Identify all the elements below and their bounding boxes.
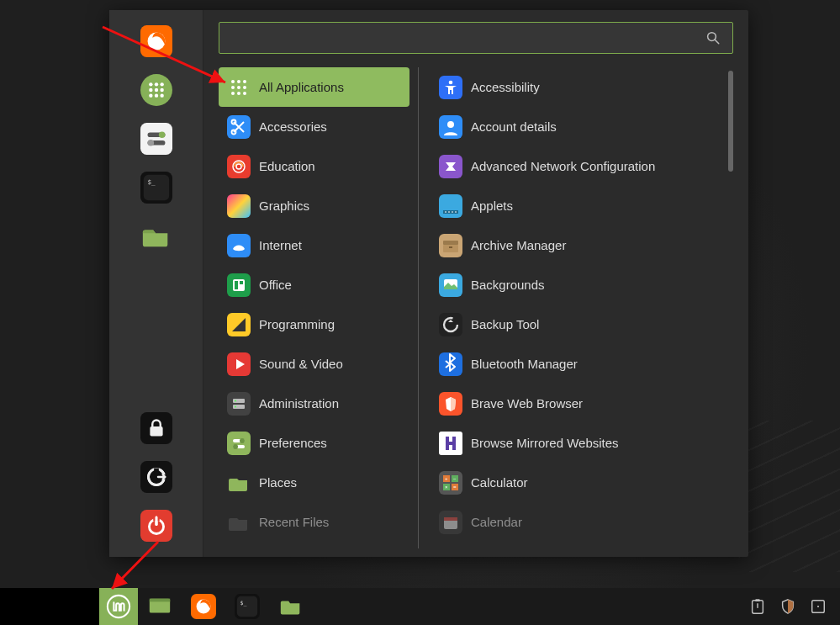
category-label: Education bbox=[259, 159, 315, 173]
category-education[interactable]: Education bbox=[219, 146, 409, 186]
category-accessories[interactable]: Accessories bbox=[219, 107, 409, 146]
category-label: Accessories bbox=[259, 119, 327, 134]
category-label: Places bbox=[259, 475, 297, 490]
svg-rect-74 bbox=[452, 211, 453, 212]
session-power[interactable] bbox=[140, 510, 172, 542]
svg-rect-111 bbox=[755, 599, 759, 601]
terminal-icon: $_ bbox=[235, 594, 260, 619]
app-applets[interactable]: Applets bbox=[431, 186, 725, 225]
category-label: Recent Files bbox=[259, 515, 329, 529]
grid-icon bbox=[227, 76, 251, 99]
menu-lists: All Applications Accessories Education bbox=[219, 67, 733, 548]
taskbar-show-desktop[interactable] bbox=[138, 588, 182, 625]
svg-point-68 bbox=[447, 121, 454, 128]
app-calculator[interactable]: +−×= Calculator bbox=[431, 463, 725, 502]
favorite-settings[interactable] bbox=[140, 123, 172, 155]
category-administration[interactable]: Administration bbox=[219, 384, 409, 423]
category-recent-files[interactable]: Recent Files bbox=[219, 502, 409, 542]
svg-point-33 bbox=[237, 80, 240, 83]
svg-rect-70 bbox=[439, 194, 462, 218]
category-places[interactable]: Places bbox=[219, 463, 409, 502]
taskbar-files[interactable] bbox=[269, 588, 313, 625]
app-account-details[interactable]: Account details bbox=[431, 107, 725, 146]
play-icon bbox=[227, 352, 251, 376]
category-all-applications[interactable]: All Applications bbox=[219, 67, 409, 107]
taskbar-menu-button[interactable] bbox=[99, 588, 138, 625]
clipboard-icon[interactable] bbox=[749, 598, 766, 615]
favorite-apps-grid[interactable] bbox=[140, 74, 172, 106]
svg-text:×: × bbox=[445, 485, 448, 490]
accessibility-icon bbox=[439, 76, 462, 99]
app-backgrounds[interactable]: Backgrounds bbox=[431, 265, 725, 305]
svg-point-11 bbox=[160, 93, 163, 97]
admin-icon bbox=[227, 392, 251, 416]
calendar-icon bbox=[439, 511, 462, 534]
svg-point-115 bbox=[817, 606, 819, 607]
start-menu: $_ bbox=[109, 10, 748, 557]
system-tray bbox=[749, 598, 832, 615]
favorite-terminal[interactable]: $_ bbox=[140, 172, 172, 204]
svg-text:=: = bbox=[453, 485, 457, 490]
programming-icon bbox=[227, 313, 251, 336]
app-archive-manager[interactable]: Archive Manager bbox=[431, 225, 725, 265]
files-icon bbox=[140, 220, 172, 252]
svg-point-66 bbox=[449, 80, 453, 84]
app-accessibility[interactable]: Accessibility bbox=[431, 67, 725, 107]
app-label: Backup Tool bbox=[471, 317, 539, 331]
svg-point-34 bbox=[243, 80, 246, 83]
category-preferences[interactable]: Preferences bbox=[219, 423, 409, 463]
category-label: Graphics bbox=[259, 199, 309, 213]
svg-text:−: − bbox=[453, 476, 457, 481]
app-browse-mirrored[interactable]: Browse Mirrored Websites bbox=[431, 423, 725, 463]
apps-scrollbar[interactable] bbox=[728, 71, 733, 172]
category-label: Programming bbox=[259, 317, 335, 331]
app-bluetooth-manager[interactable]: Bluetooth Manager bbox=[431, 344, 725, 384]
category-programming[interactable]: Programming bbox=[219, 305, 409, 344]
app-backup-tool[interactable]: Backup Tool bbox=[431, 305, 725, 344]
update-icon[interactable] bbox=[810, 598, 827, 615]
svg-rect-75 bbox=[455, 211, 457, 212]
education-icon bbox=[227, 155, 251, 178]
taskbar-terminal[interactable]: $_ bbox=[225, 588, 269, 625]
category-internet[interactable]: Internet bbox=[219, 225, 409, 265]
logout-icon bbox=[140, 461, 172, 493]
app-calendar[interactable]: Calendar bbox=[431, 502, 725, 542]
svg-point-112 bbox=[757, 606, 758, 608]
search-input[interactable] bbox=[231, 31, 705, 45]
session-lock[interactable] bbox=[140, 412, 172, 444]
httrack-icon bbox=[439, 432, 462, 455]
calculator-icon: +−×= bbox=[439, 471, 462, 495]
svg-rect-12 bbox=[140, 123, 172, 155]
svg-text:$_: $_ bbox=[147, 178, 156, 186]
svg-line-31 bbox=[715, 40, 719, 44]
applets-icon bbox=[439, 194, 462, 218]
app-label: Backgrounds bbox=[471, 278, 545, 292]
user-icon bbox=[439, 115, 462, 139]
favorite-firefox[interactable] bbox=[140, 25, 172, 57]
app-label: Archive Manager bbox=[471, 238, 566, 252]
category-graphics[interactable]: Graphics bbox=[219, 186, 409, 225]
favorite-files[interactable] bbox=[140, 220, 172, 252]
svg-rect-51 bbox=[235, 281, 238, 289]
app-label: Brave Web Browser bbox=[471, 396, 583, 410]
office-icon bbox=[227, 273, 251, 297]
taskbar-firefox[interactable] bbox=[182, 588, 225, 625]
category-sound-video[interactable]: Sound & Video bbox=[219, 344, 409, 384]
category-label: Preferences bbox=[259, 436, 327, 450]
recent-icon bbox=[227, 511, 251, 534]
app-advanced-network[interactable]: Advanced Network Configuration bbox=[431, 146, 725, 186]
search-box[interactable] bbox=[219, 22, 733, 54]
session-logout[interactable] bbox=[140, 461, 172, 493]
black-border-bottom-left bbox=[0, 588, 99, 625]
svg-rect-47 bbox=[227, 194, 251, 218]
app-brave[interactable]: Brave Web Browser bbox=[431, 384, 725, 423]
category-office[interactable]: Office bbox=[219, 265, 409, 305]
shield-icon[interactable] bbox=[779, 598, 796, 615]
mint-menu-icon bbox=[106, 594, 131, 619]
firefox-icon bbox=[191, 594, 216, 619]
menu-main: All Applications Accessories Education bbox=[203, 10, 748, 557]
svg-point-4 bbox=[154, 82, 157, 86]
svg-point-9 bbox=[149, 93, 152, 97]
svg-rect-44 bbox=[227, 155, 251, 178]
categories-column: All Applications Accessories Education bbox=[219, 67, 419, 548]
